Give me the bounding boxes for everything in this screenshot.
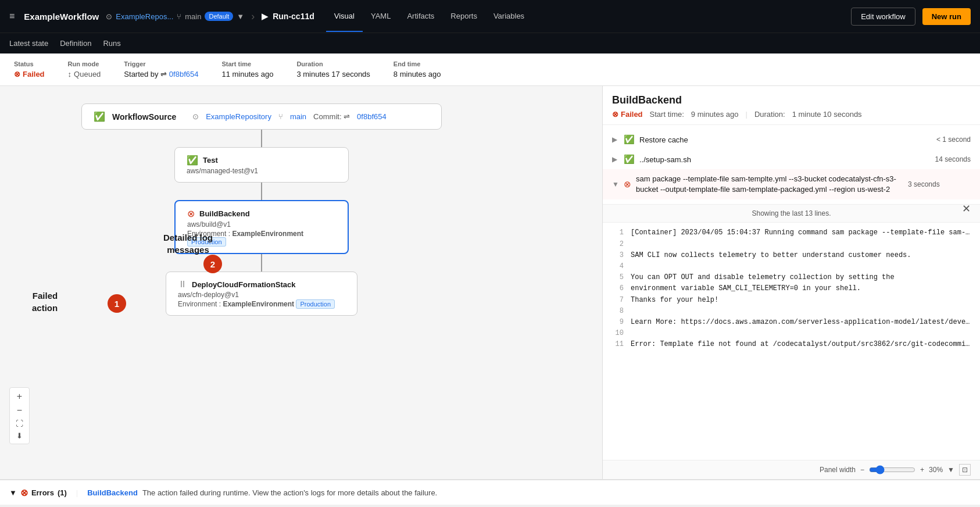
zoom-in-button[interactable]: + <box>13 390 26 403</box>
log-line-3: 3 SAM CLI now collects telemetry to bett… <box>612 250 971 261</box>
log-line-11: 11 Error: Template file not found at /co… <box>612 339 971 350</box>
panel-width-bar: Panel width − + 30% ▼ ⊡ <box>603 460 980 479</box>
workflow-source-node[interactable]: ✅ WorkflowSource ⊙ ExampleRepository ⑂ m… <box>81 103 442 130</box>
panel-width-slider[interactable] <box>869 465 915 474</box>
starttime-field: Start time 11 minutes ago <box>221 60 273 78</box>
step-1-expand-icon: ▶ <box>612 135 619 144</box>
deploy-node[interactable]: ⏸ DeployCloudFormationStack aws/cfn-depl… <box>166 272 357 316</box>
menu-icon[interactable]: ≡ <box>9 11 15 22</box>
repo-link[interactable]: ExampleRepos... <box>116 12 173 21</box>
source-commit-link[interactable]: 0f8bf654 <box>357 112 387 121</box>
panel-starttime-label: Start time: <box>650 110 684 119</box>
deploy-env-badge: Production <box>296 299 335 309</box>
panel-width-minus[interactable]: − <box>860 466 864 474</box>
workflow-name: ExampleWorkflow <box>24 12 99 22</box>
step-sam-package[interactable]: ▼ ⊗ sam package --template-file sam-temp… <box>603 169 980 199</box>
tab-artifacts[interactable]: Artifacts <box>399 1 442 32</box>
endtime-value: 8 minutes ago <box>394 70 441 78</box>
panel-width-dropdown[interactable]: ▼ <box>947 466 954 474</box>
edit-workflow-button[interactable]: Edit workflow <box>851 8 915 26</box>
log-header: Showing the last 13 lines. <box>603 205 980 223</box>
log-content[interactable]: 1 [Container] 2023/04/05 15:04:37 Runnin… <box>603 223 980 460</box>
step-3-expand-icon: ▼ <box>612 180 619 188</box>
tab-variables[interactable]: Variables <box>485 1 532 32</box>
status-value: ⊗ Failed <box>14 70 45 78</box>
log-line-2: 2 <box>612 239 971 250</box>
build-backend-subtitle: aws/build@v1 <box>187 220 336 228</box>
download-button[interactable]: ⬇ <box>13 430 26 441</box>
top-nav: ≡ ExampleWorkflow ⊙ ExampleRepos... ⑂ ma… <box>0 0 980 33</box>
test-node-name: Test <box>203 156 218 165</box>
panel-duration-label: Duration: <box>754 110 785 119</box>
panel-layout-icon[interactable]: ⊡ <box>959 464 971 476</box>
source-commit-label: Commit: ⇌ <box>313 112 350 121</box>
dropdown-arrow-icon[interactable]: ▼ <box>237 12 244 21</box>
step-3-name: sam package --template-file sam-templte.… <box>636 174 903 195</box>
nav-chevron-icon: › <box>251 10 255 23</box>
error-link[interactable]: BuildBackend <box>87 488 138 497</box>
log-line-8: 8 <box>612 306 971 317</box>
step-3-duration: 3 seconds <box>908 180 940 188</box>
step-restore-cache[interactable]: ▶ ✅ Restore cache < 1 second <box>603 130 980 149</box>
panel-fail-icon: ⊗ <box>612 110 618 119</box>
zoom-out-button[interactable]: − <box>13 404 26 417</box>
endtime-label: End time <box>394 60 441 67</box>
error-separator: | <box>76 488 78 497</box>
status-fail-icon: ⊗ <box>14 70 20 78</box>
right-panel: ✕ BuildBackend ⊗ Failed Start time: 9 mi… <box>602 86 980 479</box>
log-line-5: 5 You can OPT OUT and disable telemetry … <box>612 272 971 283</box>
repo-icon-node: ⊙ <box>192 112 199 121</box>
step-setup-sam[interactable]: ▶ ✅ ../setup-sam.sh 14 seconds <box>603 149 980 169</box>
step-1-name: Restore cache <box>639 135 932 144</box>
run-info: ▶ Run-cc11d <box>262 12 314 21</box>
error-message: The action failed during runtime. View t… <box>142 488 437 497</box>
queued-icon: ↕ <box>68 70 72 78</box>
connector-1 <box>261 130 262 147</box>
runmode-value: ↕ Queued <box>68 70 101 78</box>
subnav-latest-state[interactable]: Latest state <box>9 39 48 48</box>
tab-visual[interactable]: Visual <box>326 1 363 32</box>
test-node-subtitle: aws/managed-test@v1 <box>187 167 337 175</box>
bottom-bar: ▼ ⊗ Errors (1) | BuildBackend The action… <box>0 479 980 505</box>
build-backend-name: BuildBackend <box>199 209 250 218</box>
status-bar: Status ⊗ Failed Run mode ↕ Queued Trigge… <box>0 53 980 86</box>
source-repo-link[interactable]: ExampleRepository <box>206 112 271 121</box>
main-content: Failedaction 1 Detailed logmessages 2 ✅ … <box>0 86 980 479</box>
build-fail-icon: ⊗ <box>187 208 195 219</box>
runmode-label: Run mode <box>68 60 101 67</box>
errors-count: (1) <box>58 488 67 497</box>
log-area: Showing the last 13 lines. 1 [Container]… <box>603 205 980 479</box>
panel-title: BuildBackend <box>612 94 971 106</box>
errors-label: Errors <box>31 488 54 497</box>
duration-label: Duration <box>296 60 370 67</box>
panel-failed-badge: ⊗ Failed <box>612 110 643 119</box>
log-line-1: 1 [Container] 2023/04/05 15:04:37 Runnin… <box>612 227 971 238</box>
step-2-duration: 14 seconds <box>935 155 971 163</box>
branch-icon-node: ⑂ <box>278 112 283 121</box>
steps-list: ▶ ✅ Restore cache < 1 second ▶ ✅ ../setu… <box>603 125 980 205</box>
expand-button[interactable]: ⛶ <box>12 418 27 429</box>
log-line-10: 10 <box>612 328 971 339</box>
tab-reports[interactable]: Reports <box>442 1 485 32</box>
branch-icon: ⑂ <box>177 12 181 21</box>
panel-width-plus[interactable]: + <box>920 466 924 474</box>
trigger-label: Trigger <box>124 60 198 67</box>
errors-toggle-icon: ▼ <box>9 488 17 497</box>
test-node[interactable]: ✅ Test aws/managed-test@v1 <box>174 147 349 183</box>
endtime-field: End time 8 minutes ago <box>394 60 441 78</box>
new-run-button[interactable]: New run <box>922 8 971 25</box>
step-2-status-icon: ✅ <box>624 154 635 165</box>
subnav-definition[interactable]: Definition <box>60 39 91 48</box>
tab-yaml[interactable]: YAML <box>363 1 399 32</box>
subnav-runs[interactable]: Runs <box>103 39 120 48</box>
canvas-area: Failedaction 1 Detailed logmessages 2 ✅ … <box>0 86 602 479</box>
errors-toggle[interactable]: ▼ ⊗ Errors (1) <box>9 487 67 498</box>
trigger-commit-link[interactable]: 0f8bf654 <box>169 70 199 78</box>
starttime-label: Start time <box>221 60 273 67</box>
panel-close-button[interactable]: ✕ <box>962 202 971 215</box>
zoom-controls: + − ⛶ ⬇ <box>9 387 30 444</box>
connector-2 <box>261 183 262 200</box>
starttime-value: 11 minutes ago <box>221 70 273 78</box>
detailed-log-text: Detailed logmessages <box>163 233 213 255</box>
source-branch-link[interactable]: main <box>290 112 306 121</box>
